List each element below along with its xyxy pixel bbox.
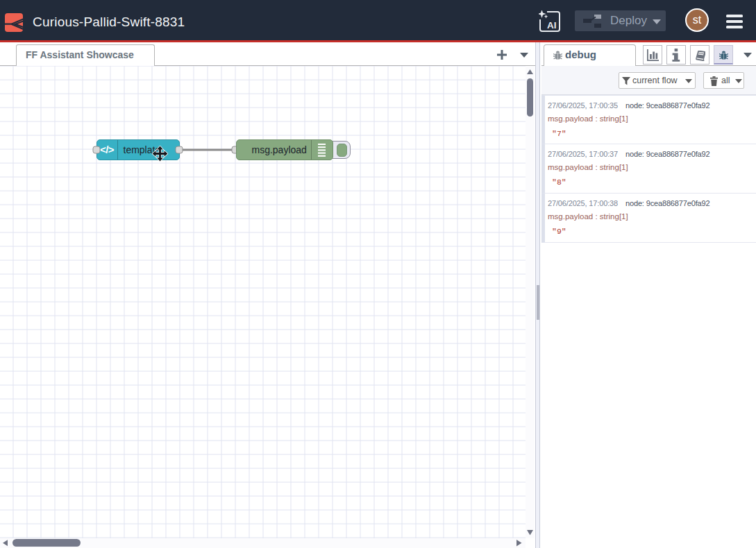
svg-text:AI: AI	[547, 20, 557, 31]
